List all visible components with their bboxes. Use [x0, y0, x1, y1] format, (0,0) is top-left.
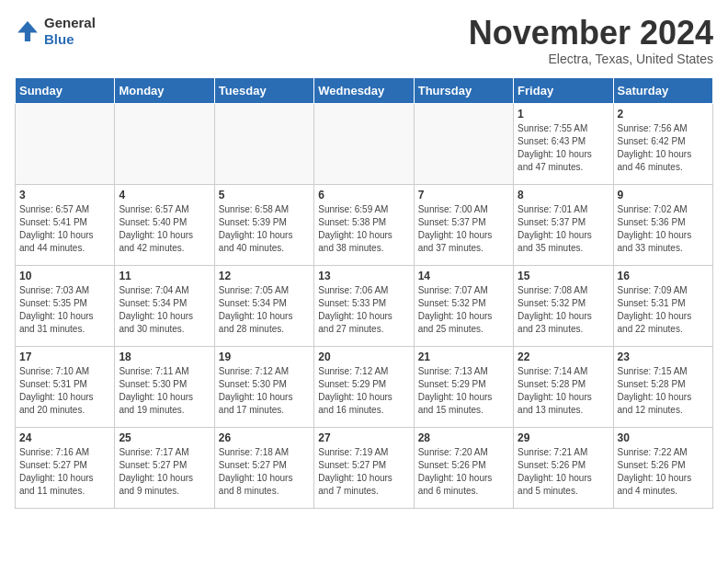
day-number: 8: [518, 189, 609, 201]
day-info: Sunrise: 6:57 AM Sunset: 5:41 PM Dayligh…: [19, 203, 110, 255]
day-cell: 22Sunrise: 7:14 AM Sunset: 5:28 PM Dayli…: [514, 346, 613, 427]
day-info: Sunrise: 7:09 AM Sunset: 5:31 PM Dayligh…: [618, 284, 709, 336]
day-info: Sunrise: 7:18 AM Sunset: 5:27 PM Dayligh…: [219, 446, 310, 498]
day-cell: 21Sunrise: 7:13 AM Sunset: 5:29 PM Dayli…: [414, 346, 513, 427]
month-title: November 2024: [469, 15, 713, 52]
day-number: 25: [119, 431, 210, 444]
day-cell: 8Sunrise: 7:01 AM Sunset: 5:37 PM Daylig…: [514, 184, 613, 265]
day-info: Sunrise: 7:20 AM Sunset: 5:26 PM Dayligh…: [418, 446, 509, 498]
weekday-header-saturday: Saturday: [613, 77, 712, 103]
day-cell: [214, 103, 313, 184]
day-number: 20: [318, 350, 409, 363]
day-cell: [314, 103, 414, 184]
day-number: 19: [219, 350, 310, 363]
day-cell: 6Sunrise: 6:59 AM Sunset: 5:38 PM Daylig…: [314, 184, 414, 265]
day-number: 24: [19, 431, 110, 444]
day-cell: 25Sunrise: 7:17 AM Sunset: 5:27 PM Dayli…: [115, 427, 214, 508]
day-info: Sunrise: 7:12 AM Sunset: 5:30 PM Dayligh…: [219, 365, 310, 417]
logo-general: General: [44, 15, 96, 31]
day-cell: [16, 103, 115, 184]
day-cell: 2Sunrise: 7:56 AM Sunset: 6:42 PM Daylig…: [613, 103, 712, 184]
day-number: 7: [418, 189, 509, 201]
day-cell: 24Sunrise: 7:16 AM Sunset: 5:27 PM Dayli…: [16, 427, 115, 508]
day-cell: 23Sunrise: 7:15 AM Sunset: 5:28 PM Dayli…: [613, 346, 712, 427]
page-header: General Blue November 2024 Electra, Texa…: [15, 15, 713, 66]
day-number: 17: [19, 350, 110, 363]
day-cell: 5Sunrise: 6:58 AM Sunset: 5:39 PM Daylig…: [214, 184, 313, 265]
day-number: 13: [318, 270, 409, 282]
day-number: 21: [418, 350, 509, 363]
day-cell: 3Sunrise: 6:57 AM Sunset: 5:41 PM Daylig…: [16, 184, 115, 265]
day-cell: 1Sunrise: 7:55 AM Sunset: 6:43 PM Daylig…: [514, 103, 613, 184]
day-cell: 28Sunrise: 7:20 AM Sunset: 5:26 PM Dayli…: [414, 427, 513, 508]
day-cell: 19Sunrise: 7:12 AM Sunset: 5:30 PM Dayli…: [214, 346, 313, 427]
day-info: Sunrise: 7:56 AM Sunset: 6:42 PM Dayligh…: [618, 122, 709, 174]
day-cell: 12Sunrise: 7:05 AM Sunset: 5:34 PM Dayli…: [214, 265, 313, 346]
day-number: 1: [518, 108, 609, 121]
day-number: 28: [418, 431, 509, 444]
weekday-header-thursday: Thursday: [414, 77, 513, 103]
day-info: Sunrise: 7:12 AM Sunset: 5:29 PM Dayligh…: [318, 365, 409, 417]
week-row-4: 17Sunrise: 7:10 AM Sunset: 5:31 PM Dayli…: [16, 346, 713, 427]
weekday-header-sunday: Sunday: [16, 77, 115, 103]
week-row-5: 24Sunrise: 7:16 AM Sunset: 5:27 PM Dayli…: [16, 427, 713, 508]
day-cell: [115, 103, 214, 184]
day-number: 22: [518, 350, 609, 363]
day-number: 23: [618, 350, 709, 363]
day-cell: 27Sunrise: 7:19 AM Sunset: 5:27 PM Dayli…: [314, 427, 414, 508]
day-cell: [414, 103, 513, 184]
logo-text: General Blue: [44, 15, 96, 48]
day-cell: 30Sunrise: 7:22 AM Sunset: 5:26 PM Dayli…: [613, 427, 712, 508]
week-row-1: 1Sunrise: 7:55 AM Sunset: 6:43 PM Daylig…: [16, 103, 713, 184]
day-info: Sunrise: 7:00 AM Sunset: 5:37 PM Dayligh…: [418, 203, 509, 255]
day-info: Sunrise: 7:22 AM Sunset: 5:26 PM Dayligh…: [618, 446, 709, 498]
calendar: SundayMondayTuesdayWednesdayThursdayFrid…: [15, 77, 713, 509]
day-info: Sunrise: 7:11 AM Sunset: 5:30 PM Dayligh…: [119, 365, 210, 417]
day-info: Sunrise: 7:08 AM Sunset: 5:32 PM Dayligh…: [518, 284, 609, 336]
weekday-header-row: SundayMondayTuesdayWednesdayThursdayFrid…: [16, 77, 713, 103]
day-number: 10: [19, 270, 110, 282]
logo: General Blue: [15, 15, 96, 48]
logo-blue: Blue: [44, 31, 96, 48]
week-row-3: 10Sunrise: 7:03 AM Sunset: 5:35 PM Dayli…: [16, 265, 713, 346]
svg-marker-0: [17, 21, 38, 41]
day-info: Sunrise: 7:55 AM Sunset: 6:43 PM Dayligh…: [518, 122, 609, 174]
day-info: Sunrise: 7:07 AM Sunset: 5:32 PM Dayligh…: [418, 284, 509, 336]
day-cell: 20Sunrise: 7:12 AM Sunset: 5:29 PM Dayli…: [314, 346, 414, 427]
day-number: 9: [618, 189, 709, 201]
day-cell: 13Sunrise: 7:06 AM Sunset: 5:33 PM Dayli…: [314, 265, 414, 346]
day-info: Sunrise: 6:58 AM Sunset: 5:39 PM Dayligh…: [219, 203, 310, 255]
day-number: 11: [119, 270, 210, 282]
day-cell: 17Sunrise: 7:10 AM Sunset: 5:31 PM Dayli…: [16, 346, 115, 427]
logo-icon: [15, 18, 40, 44]
day-cell: 15Sunrise: 7:08 AM Sunset: 5:32 PM Dayli…: [514, 265, 613, 346]
day-number: 16: [618, 270, 709, 282]
day-cell: 26Sunrise: 7:18 AM Sunset: 5:27 PM Dayli…: [214, 427, 313, 508]
location: Electra, Texas, United States: [469, 52, 713, 66]
day-number: 27: [318, 431, 409, 444]
weekday-header-friday: Friday: [514, 77, 613, 103]
day-number: 14: [418, 270, 509, 282]
weekday-header-tuesday: Tuesday: [214, 77, 313, 103]
day-info: Sunrise: 7:02 AM Sunset: 5:36 PM Dayligh…: [618, 203, 709, 255]
day-cell: 7Sunrise: 7:00 AM Sunset: 5:37 PM Daylig…: [414, 184, 513, 265]
day-info: Sunrise: 7:13 AM Sunset: 5:29 PM Dayligh…: [418, 365, 509, 417]
day-number: 18: [119, 350, 210, 363]
day-number: 12: [219, 270, 310, 282]
day-number: 29: [518, 431, 609, 444]
day-info: Sunrise: 7:05 AM Sunset: 5:34 PM Dayligh…: [219, 284, 310, 336]
day-cell: 29Sunrise: 7:21 AM Sunset: 5:26 PM Dayli…: [514, 427, 613, 508]
weekday-header-wednesday: Wednesday: [314, 77, 414, 103]
day-info: Sunrise: 7:04 AM Sunset: 5:34 PM Dayligh…: [119, 284, 210, 336]
day-info: Sunrise: 7:21 AM Sunset: 5:26 PM Dayligh…: [518, 446, 609, 498]
weekday-header-monday: Monday: [115, 77, 214, 103]
day-info: Sunrise: 7:14 AM Sunset: 5:28 PM Dayligh…: [518, 365, 609, 417]
day-cell: 9Sunrise: 7:02 AM Sunset: 5:36 PM Daylig…: [613, 184, 712, 265]
title-block: November 2024 Electra, Texas, United Sta…: [469, 15, 713, 66]
week-row-2: 3Sunrise: 6:57 AM Sunset: 5:41 PM Daylig…: [16, 184, 713, 265]
day-info: Sunrise: 7:10 AM Sunset: 5:31 PM Dayligh…: [19, 365, 110, 417]
day-info: Sunrise: 7:03 AM Sunset: 5:35 PM Dayligh…: [19, 284, 110, 336]
day-info: Sunrise: 6:59 AM Sunset: 5:38 PM Dayligh…: [318, 203, 409, 255]
day-info: Sunrise: 7:19 AM Sunset: 5:27 PM Dayligh…: [318, 446, 409, 498]
day-number: 4: [119, 189, 210, 201]
